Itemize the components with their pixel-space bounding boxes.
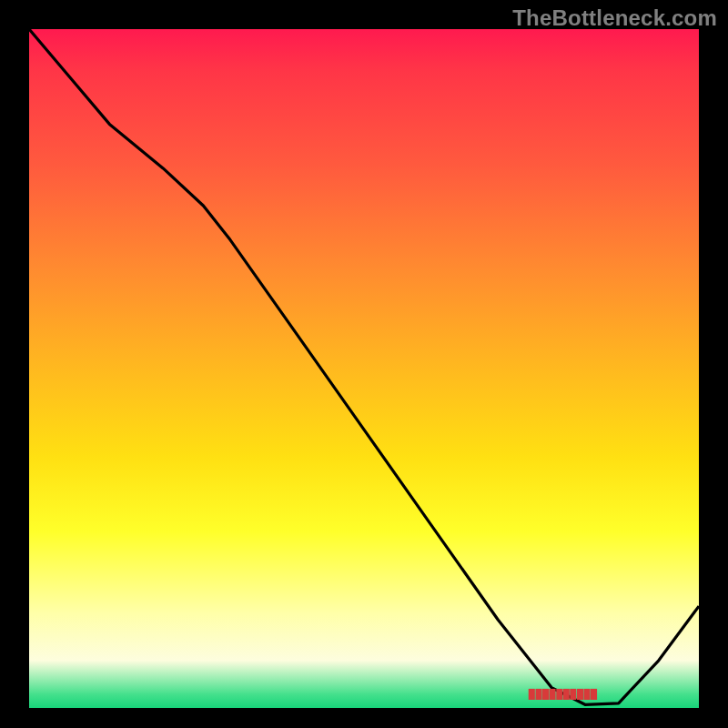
watermark-text: TheBottleneck.com: [512, 5, 717, 31]
bottleneck-curve: [29, 29, 699, 704]
min-bottleneck-label: ██████████: [529, 689, 598, 699]
line-overlay: [29, 29, 699, 708]
plot-area: ██████████: [29, 29, 699, 708]
chart-canvas: TheBottleneck.com ██████████: [0, 0, 728, 728]
